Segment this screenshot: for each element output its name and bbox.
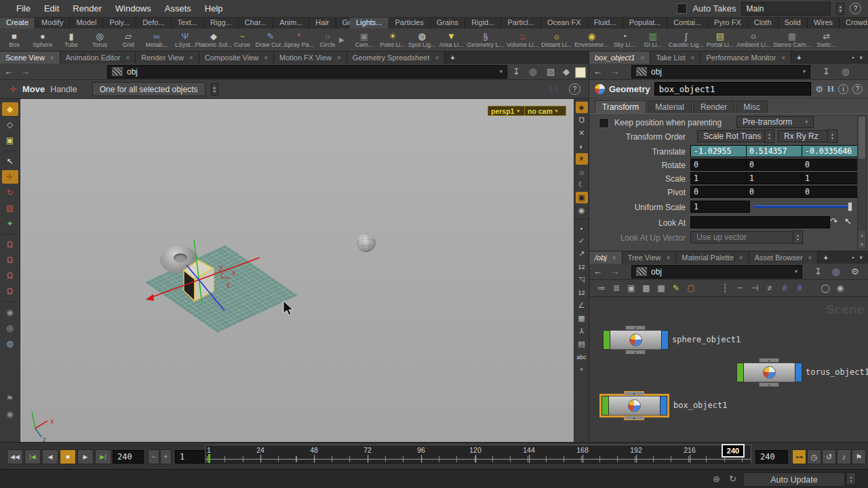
viewport-canvas[interactable]: y x z x xyxy=(20,99,574,442)
list-mode-icon[interactable]: ≣ xyxy=(610,282,623,294)
pin-icon[interactable]: ↧ xyxy=(810,266,826,277)
color-swatch[interactable] xyxy=(575,67,586,78)
point-markers-icon[interactable]: ✓ xyxy=(576,235,588,247)
close-icon[interactable]: × xyxy=(691,54,695,62)
shelf-tab-texture[interactable]: Text... xyxy=(172,18,204,28)
look-up-select[interactable]: Use up vector xyxy=(690,231,797,243)
close-icon[interactable]: × xyxy=(264,54,268,62)
tool-volume-light[interactable]: ♨Volume Li... xyxy=(505,28,540,51)
shelf-tab-character[interactable]: Char... xyxy=(239,18,273,28)
node-sphere-object1[interactable]: ▾ ▾ xyxy=(603,330,669,350)
stop-button[interactable]: ■ xyxy=(60,449,76,464)
scroll-down-icon[interactable]: ▾ xyxy=(858,240,866,249)
transform-order-spinner[interactable]: ▴▾ xyxy=(764,129,774,143)
next-key-button[interactable]: ▶| xyxy=(95,449,111,464)
lights-off-icon[interactable]: ✕ xyxy=(576,127,588,139)
network-editor-canvas[interactable]: Scene ▾ ▾ sphere_object1 ▾ ▾ torus_objec… xyxy=(589,297,868,442)
perspective-selector[interactable]: persp1▾ xyxy=(488,106,526,116)
view-highlight-icon[interactable]: ◈ xyxy=(576,102,588,113)
tool-metaball[interactable]: ∞Metab... xyxy=(142,28,171,51)
badges-icon[interactable]: ≔ xyxy=(595,282,608,294)
node-input-connector[interactable]: ▾ xyxy=(625,325,646,330)
menu-render[interactable]: Render xyxy=(66,3,108,14)
pin-icon[interactable]: ↧ xyxy=(509,66,524,77)
tab-render[interactable]: Render xyxy=(693,100,734,113)
range-end-field[interactable]: 240 xyxy=(113,450,144,464)
tab-obj-network[interactable]: /obj× xyxy=(589,251,623,264)
snap-grid-icon[interactable]: Ω xyxy=(2,238,18,251)
shelf-tab-containers[interactable]: Contai... xyxy=(667,18,708,28)
rotate-x-field[interactable]: 0 xyxy=(690,159,750,171)
camera-view-icon[interactable]: ▣ xyxy=(576,192,588,203)
thumbnail-icon[interactable]: ▣ xyxy=(625,282,638,294)
tool-caustic-light[interactable]: ʃCaustic Lig... xyxy=(667,28,705,51)
camera-selector[interactable]: no cam▾ xyxy=(524,106,566,116)
play-button[interactable]: ▶ xyxy=(77,449,94,464)
path-dropdown-icon[interactable]: ▾ xyxy=(795,268,797,274)
frame-marker[interactable]: 240 xyxy=(722,444,745,458)
tool-ambient-light[interactable]: ○Ambient Li... xyxy=(735,28,772,51)
tool-distant-light[interactable]: ☼Distant Li... xyxy=(540,28,573,51)
groups-icon[interactable]: ▦ xyxy=(576,312,588,324)
flag-icon[interactable]: ⚑ xyxy=(2,392,18,405)
tool-point-light[interactable]: ☀Point Li... xyxy=(378,28,407,51)
close-icon[interactable]: × xyxy=(640,54,644,62)
maximize-pane-icon[interactable]: ▪ xyxy=(852,54,854,61)
select-dynamics-icon[interactable]: ▣ xyxy=(2,134,18,147)
param-scrollbar[interactable]: ▴ ▾ xyxy=(857,115,867,249)
profiles-icon[interactable]: ∠ xyxy=(576,300,588,311)
gear-icon[interactable]: ⚙ xyxy=(847,266,863,277)
param-path-field[interactable]: obj ▾ xyxy=(631,65,810,79)
scale-x-field[interactable]: 1 xyxy=(690,172,750,184)
prim-normals-icon[interactable]: ◹ xyxy=(576,274,588,285)
snap-combo-icon[interactable]: Ω xyxy=(2,285,18,298)
tab-geometry-spreadsheet[interactable]: Geometry Spreadsheet× xyxy=(347,52,446,64)
pivot-x-field[interactable]: 0 xyxy=(690,186,750,198)
playback-options-button[interactable]: ↺ xyxy=(822,449,836,464)
add-pane-tab-button[interactable]: + xyxy=(818,251,833,264)
scene-path-field[interactable]: obj ▾ xyxy=(107,65,507,79)
tool-platonic[interactable]: ◆Platonic Sol... xyxy=(199,28,228,51)
tool-sky-light[interactable]: ◔Sky Li... xyxy=(610,28,639,51)
update-mode-spinner[interactable]: ▴▾ xyxy=(846,472,856,485)
node-output-connector[interactable]: ▾ xyxy=(625,350,646,354)
tool-gi-light[interactable]: ▥GI Li... xyxy=(639,28,667,51)
recook-icon[interactable]: ↻ xyxy=(729,474,736,484)
grid-display-icon[interactable]: # xyxy=(793,282,806,294)
auto-takes-checkbox[interactable] xyxy=(677,3,687,14)
close-icon[interactable]: × xyxy=(189,54,193,62)
node-box-object1[interactable]: ▾ ▾ xyxy=(601,396,667,415)
translate-y-field[interactable]: 0.514357 xyxy=(746,145,806,157)
maximize-pane-icon[interactable]: ▪ xyxy=(852,254,854,261)
timeline-ruler[interactable]: 1 24 48 72 96 120 144 168 192 216 240 xyxy=(205,445,751,464)
follow-target-icon[interactable]: ◎ xyxy=(837,66,853,77)
look-up-spinner[interactable]: ▴▾ xyxy=(793,230,803,244)
pivot-y-field[interactable]: 0 xyxy=(746,186,806,198)
search-icon[interactable]: ◯ xyxy=(818,282,832,294)
close-icon[interactable]: × xyxy=(781,54,785,62)
translate-z-field[interactable]: -0.0335646 xyxy=(802,145,861,157)
node-output-connector[interactable]: ▾ xyxy=(624,415,644,420)
decrement-frame-button[interactable]: − xyxy=(148,449,159,464)
hq-lights-icon[interactable]: ☼ xyxy=(576,166,588,178)
node-input-connector[interactable]: ▾ xyxy=(759,358,779,363)
shelf-tab-groom[interactable]: Groo... xyxy=(336,18,350,28)
pick-operator-icon[interactable]: ↖ xyxy=(844,216,852,226)
tool-area-light[interactable]: ▼Area Li... xyxy=(437,28,466,51)
geometry-menu-icon[interactable]: ▧ xyxy=(542,66,559,77)
slider-handle[interactable] xyxy=(848,202,852,211)
pretransform-dropdown[interactable]: Pre-transform▾ xyxy=(736,116,814,128)
close-icon[interactable]: × xyxy=(612,254,616,262)
viewport-help-icon[interactable]: ? xyxy=(569,83,580,95)
path-dropdown-icon[interactable]: ▾ xyxy=(500,68,502,75)
update-mode-select[interactable]: Auto Update xyxy=(743,472,845,487)
shelf-tab-particles[interactable]: Particles xyxy=(389,18,431,28)
close-icon[interactable]: × xyxy=(808,254,812,262)
tab-render-view[interactable]: Render View× xyxy=(136,52,199,64)
auto-key-button[interactable]: ⊶ xyxy=(792,449,806,464)
shelf-tab-modify[interactable]: Modify xyxy=(35,18,70,28)
lock-icon[interactable]: ℧ xyxy=(576,115,588,126)
memory-icon[interactable]: ⊛ xyxy=(713,474,720,484)
bundle-icon[interactable]: ▢ xyxy=(684,282,698,294)
distribute-horizontal-icon[interactable]: ╌ xyxy=(733,282,747,294)
